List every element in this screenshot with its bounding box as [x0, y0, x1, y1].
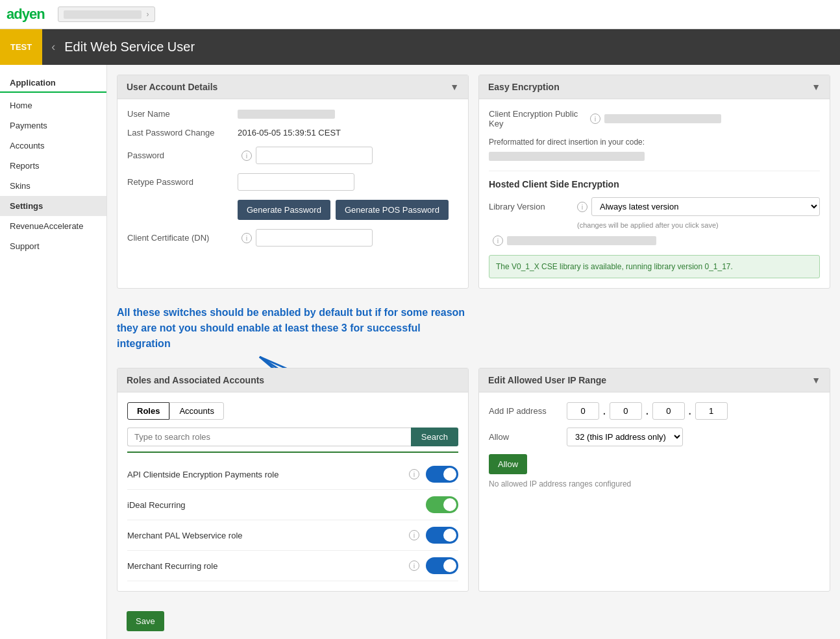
password-label: Password [127, 151, 238, 160]
ip-octet-2[interactable] [652, 402, 685, 420]
save-button[interactable]: Save [127, 611, 164, 631]
page-title: Edit Web Service User [64, 40, 195, 54]
ip-range-header: Edit Allowed User IP Range ▼ [479, 368, 830, 392]
library-version-label: Library Version [489, 202, 573, 211]
tab-roles[interactable]: Roles [127, 402, 169, 420]
ip-octet-0[interactable] [567, 402, 599, 420]
ip-range-panel: Edit Allowed User IP Range ▼ Add IP addr… [478, 368, 830, 592]
easy-encryption-collapse-icon[interactable]: ▼ [811, 82, 821, 92]
retype-password-input[interactable] [238, 173, 354, 191]
library-version-select[interactable]: Always latest version 0_1_17 0_1_16 [591, 197, 820, 216]
last-password-change-label: Last Password Change [127, 128, 238, 138]
current-key-row: i [489, 235, 820, 246]
generate-password-button[interactable]: Generate Password [238, 200, 330, 220]
easy-encryption-title: Easy Encryption [488, 82, 560, 92]
sidebar: Application Home Payments Accounts Repor… [0, 65, 107, 639]
sidebar-item-reports[interactable]: Reports [0, 156, 106, 176]
user-account-panel-header: User Account Details ▼ [117, 75, 468, 99]
annotation-spacer [478, 298, 830, 358]
preformatted-key-value [489, 152, 645, 161]
role-toggle-3[interactable] [426, 557, 458, 574]
ip-octet-3[interactable] [695, 402, 728, 420]
allow-label: Allow [489, 432, 567, 442]
retype-password-label: Retype Password [127, 177, 238, 187]
main-layout: Application Home Payments Accounts Repor… [0, 65, 840, 639]
role-info-icon-0: i [409, 469, 419, 479]
user-account-panel-body: User Name Last Password Change 2016-05-0… [117, 99, 468, 265]
role-toggle-2[interactable] [426, 527, 458, 544]
roles-panel: Roles and Associated Accounts Roles Acco… [117, 368, 469, 592]
role-info-icon-3: i [409, 561, 419, 571]
password-info-icon: i [241, 151, 252, 161]
role-name-3: Merchant Recurring role [127, 561, 405, 571]
last-password-change-row: Last Password Change 2016-05-05 15:39:51… [127, 128, 458, 138]
sidebar-item-accounts[interactable]: Accounts [0, 136, 106, 156]
annotation-text: All these switches should be enabled by … [117, 298, 469, 358]
ip-range-title: Edit Allowed User IP Range [488, 375, 606, 385]
library-version-row: Library Version i Always latest version … [489, 197, 820, 216]
tab-accounts[interactable]: Accounts [169, 402, 223, 420]
allow-button[interactable]: Allow [489, 454, 527, 474]
client-cert-info-icon: i [241, 233, 252, 243]
easy-encryption-panel: Easy Encryption ▼ Client Encryption Publ… [478, 75, 830, 289]
breadcrumb-chevron: › [147, 10, 149, 19]
generate-pos-password-button[interactable]: Generate POS Password [336, 200, 449, 220]
top-bar: adyen › [0, 0, 840, 29]
add-ip-label: Add IP address [489, 406, 567, 416]
user-account-panel: User Account Details ▼ User Name Last Pa… [117, 75, 469, 289]
role-info-icon-2: i [409, 530, 419, 540]
sidebar-item-payments[interactable]: Payments [0, 115, 106, 136]
retype-password-row: Retype Password [127, 173, 458, 191]
save-area: Save [117, 601, 830, 639]
client-enc-label: Client Encryption Public Key [489, 109, 586, 128]
sidebar-item-home[interactable]: Home [0, 95, 106, 115]
user-account-panel-title: User Account Details [127, 82, 217, 92]
roles-panel-header: Roles and Associated Accounts [117, 368, 468, 392]
sidebar-item-support[interactable]: Support [0, 236, 106, 256]
role-row-0: API Clientside Encryption Payments role … [127, 459, 458, 490]
toggle-knob-3 [443, 559, 456, 572]
last-password-change-value: 2016-05-05 15:39:51 CEST [238, 128, 341, 138]
toggle-knob-1 [443, 498, 456, 511]
library-note: (changes will be applied after you click… [489, 221, 820, 229]
back-button[interactable]: ‹ [51, 40, 55, 54]
client-enc-info-icon: i [590, 114, 600, 124]
role-row-3: Merchant Recurring role i [127, 551, 458, 581]
search-bar: Search [127, 428, 458, 446]
client-cert-input[interactable] [256, 229, 373, 247]
username-label: User Name [127, 109, 238, 119]
bottom-row: Roles and Associated Accounts Roles Acco… [117, 368, 830, 592]
allow-select[interactable]: 32 (this IP address only) 24 16 8 [567, 428, 683, 446]
search-roles-button[interactable]: Search [411, 428, 458, 446]
sidebar-item-settings[interactable]: Settings [0, 196, 106, 216]
content-area: User Account Details ▼ User Name Last Pa… [107, 65, 840, 639]
page-header: TEST ‹ Edit Web Service User [0, 29, 840, 65]
easy-encryption-body: Client Encryption Public Key i Preformat… [479, 99, 830, 288]
current-key-value [507, 236, 656, 245]
ip-range-collapse-icon[interactable]: ▼ [811, 375, 821, 385]
client-enc-key-row: Client Encryption Public Key i [489, 109, 820, 128]
role-toggle-0[interactable] [426, 466, 458, 483]
allow-row: Allow 32 (this IP address only) 24 16 8 [489, 428, 820, 446]
toggle-knob-2 [443, 529, 456, 542]
role-toggle-1[interactable] [426, 496, 458, 513]
search-roles-input[interactable] [127, 428, 411, 446]
roles-panel-title: Roles and Associated Accounts [127, 375, 264, 385]
preformatted-note: Preformatted for direct insertion in you… [489, 138, 820, 147]
sidebar-item-revenueaccelerate[interactable]: RevenueAccelerate [0, 216, 106, 236]
add-ip-row: Add IP address . . . [489, 402, 820, 420]
ip-dot-0: . [603, 406, 606, 416]
roles-panel-body: Roles Accounts Search API Clientside Enc… [117, 392, 468, 591]
username-row: User Name [127, 109, 458, 119]
ip-dot-2: . [689, 406, 691, 416]
role-name-1: iDeal Recurring [127, 500, 426, 510]
toggle-knob-0 [443, 468, 456, 481]
ip-octet-1[interactable] [610, 402, 642, 420]
password-input[interactable] [256, 147, 373, 164]
library-version-info-icon: i [577, 202, 587, 212]
breadcrumb-text [64, 10, 142, 19]
sidebar-item-skins[interactable]: Skins [0, 176, 106, 196]
no-config-text: No allowed IP address ranges configured [489, 479, 820, 488]
breadcrumb-nav[interactable]: › [58, 6, 155, 22]
user-account-collapse-icon[interactable]: ▼ [450, 82, 459, 92]
